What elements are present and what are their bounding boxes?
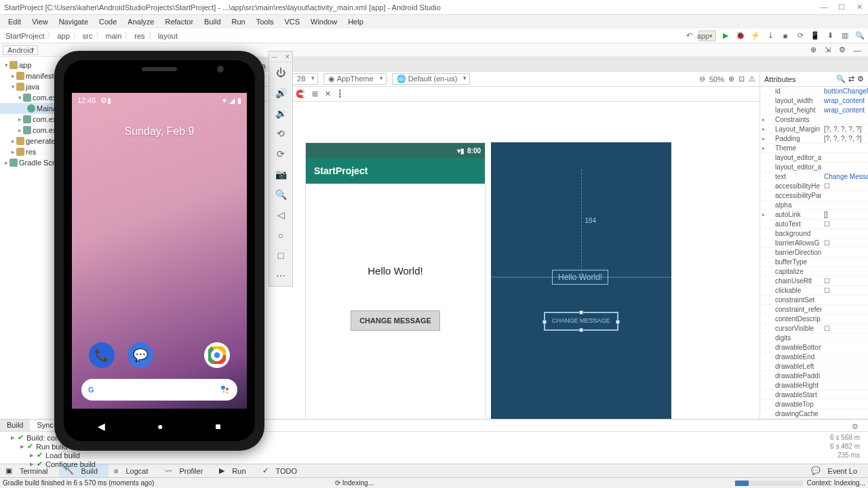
crumb-project[interactable]: StartProject: [3, 32, 47, 40]
overview-icon[interactable]: □: [269, 245, 292, 266]
attr-row[interactable]: drawableEnd: [760, 352, 868, 362]
structure-icon[interactable]: ▥: [840, 30, 850, 41]
attr-row[interactable]: drawableTop: [760, 400, 868, 409]
menu-refactor[interactable]: Refactor: [159, 16, 199, 27]
phone-app-icon[interactable]: 📞: [89, 342, 115, 368]
minimize-icon[interactable]: —: [819, 3, 829, 12]
stop-icon[interactable]: ■: [780, 30, 791, 41]
attr-row[interactable]: layout_heightwrap_content: [760, 106, 868, 115]
camera-icon[interactable]: 📷: [269, 164, 292, 184]
menu-edit[interactable]: Edit: [3, 16, 26, 27]
power-icon[interactable]: ⏻: [269, 62, 292, 83]
attr-row[interactable]: bufferType: [760, 258, 868, 267]
run-config-combo[interactable]: app: [698, 30, 716, 41]
crumb-res[interactable]: res: [132, 32, 147, 40]
attach-icon[interactable]: ⤓: [765, 30, 776, 41]
debug-icon[interactable]: 🐞: [735, 30, 746, 41]
attr-row[interactable]: cursorVisible☐: [760, 324, 868, 333]
attr-row[interactable]: constraint_refer: [760, 305, 868, 314]
menu-view[interactable]: View: [26, 16, 54, 27]
back-icon[interactable]: ↶: [684, 30, 694, 41]
rotate-right-icon[interactable]: ⟳: [269, 144, 292, 164]
close-icon[interactable]: ✕: [285, 54, 290, 60]
locale-combo[interactable]: 🌐 Default (en-us): [392, 73, 471, 85]
attr-row[interactable]: autoText☐: [760, 220, 868, 229]
search-icon[interactable]: 🔍: [854, 30, 865, 41]
menu-run[interactable]: Run: [226, 16, 251, 27]
attr-row[interactable]: drawableLeft: [760, 362, 868, 371]
menu-navigate[interactable]: Navigate: [54, 16, 94, 27]
attr-row[interactable]: digits: [760, 333, 868, 343]
assistant-icon[interactable]: [220, 384, 231, 395]
profile-icon[interactable]: ⚡: [750, 30, 761, 41]
messages-app-icon[interactable]: 💬: [127, 342, 153, 368]
zoom-in-icon[interactable]: ⊕: [728, 75, 734, 83]
more-icon[interactable]: ⋯: [269, 266, 292, 286]
home-icon[interactable]: ○: [269, 225, 292, 245]
attr-row[interactable]: background: [760, 229, 868, 239]
attr-row[interactable]: barrierDirection: [760, 248, 868, 258]
menu-code[interactable]: Code: [94, 16, 122, 27]
tree-manifests[interactable]: manifests: [26, 72, 58, 80]
preview-button[interactable]: CHANGE MESSAGE: [351, 310, 440, 331]
menu-help[interactable]: Help: [342, 16, 369, 27]
back-icon[interactable]: ◁: [269, 205, 292, 225]
attr-row[interactable]: drawablePaddi: [760, 371, 868, 381]
back-nav-icon[interactable]: ◀: [98, 421, 105, 432]
collapse-icon[interactable]: ⇲: [821, 45, 835, 54]
attr-row[interactable]: constraintSet: [760, 296, 868, 305]
attr-row[interactable]: alpha: [760, 201, 868, 210]
attr-row[interactable]: ▸Layout_Margin[?, ?, ?, ?, ?]: [760, 125, 868, 134]
close-icon[interactable]: ✕: [854, 3, 864, 12]
attr-row[interactable]: capitalize: [760, 267, 868, 277]
guidelines-icon[interactable]: ┇: [338, 89, 342, 98]
rotate-left-icon[interactable]: ⟲: [269, 123, 292, 144]
tree-java[interactable]: java: [26, 83, 39, 91]
crumb-main[interactable]: main: [103, 32, 125, 40]
attr-row[interactable]: ▸autoLink[]: [760, 210, 868, 220]
zoom-icon[interactable]: 🔍: [269, 184, 292, 205]
clear-constraints-icon[interactable]: ✕: [325, 89, 331, 98]
zoom-out-icon[interactable]: ⊖: [699, 75, 705, 83]
attr-row[interactable]: layout_editor_a: [760, 153, 868, 163]
attr-row[interactable]: accessibilityPar: [760, 191, 868, 201]
attr-row[interactable]: ▸Theme: [760, 144, 868, 153]
build-row[interactable]: ▸✔Configure build: [3, 460, 865, 468]
blueprint-view[interactable]: 184 Hello World! CHANGE MESSAGE: [491, 142, 671, 437]
crumb-src[interactable]: src: [80, 32, 96, 40]
attr-row[interactable]: layout_editor_a: [760, 163, 868, 172]
run-icon[interactable]: ▶: [720, 30, 731, 41]
sync-icon[interactable]: ⟳: [795, 30, 806, 41]
attr-row[interactable]: ▸Constraints: [760, 115, 868, 125]
view-options-icon[interactable]: ⇄: [848, 75, 854, 83]
attr-row[interactable]: chainUseRtl☐: [760, 277, 868, 286]
volume-down-icon[interactable]: 🔉: [269, 103, 292, 123]
minimize-icon[interactable]: —: [271, 54, 277, 60]
gear-icon[interactable]: ⚙: [845, 421, 865, 432]
avd-icon[interactable]: 📱: [810, 30, 821, 41]
attr-row[interactable]: barrierAllowsG☐: [760, 239, 868, 248]
emulator-window[interactable]: 12:46 ⚙ ▮ ▾ ◢ ▮ Sunday, Feb 9 📞 💬 G ◀: [54, 51, 264, 451]
attr-row[interactable]: textChange Message: [760, 172, 868, 182]
bp-button-selected[interactable]: CHANGE MESSAGE: [544, 312, 618, 331]
hide-icon[interactable]: —: [850, 46, 865, 54]
attr-row[interactable]: accessibilityHe☐: [760, 182, 868, 191]
design-preview[interactable]: ▾▮ 8:00 StartProject Hello World! CHANGE…: [305, 142, 486, 437]
attr-row[interactable]: ▸Padding[?, ?, ?, ?, ?]: [760, 134, 868, 144]
menu-window[interactable]: Window: [305, 16, 342, 27]
tree-app[interactable]: app: [19, 61, 31, 69]
menu-tools[interactable]: Tools: [251, 16, 279, 27]
attr-row[interactable]: drawableStart: [760, 390, 868, 400]
attr-row[interactable]: drawableRight: [760, 381, 868, 390]
gear-icon[interactable]: ⚙: [835, 45, 850, 54]
preview-textview[interactable]: Hello World!: [368, 265, 422, 277]
theme-combo[interactable]: ◉ AppTheme: [323, 73, 386, 85]
sdk-icon[interactable]: ⬇: [825, 30, 835, 41]
tree-res[interactable]: res: [26, 148, 36, 156]
bp-textview[interactable]: Hello World!: [552, 270, 608, 285]
volume-up-icon[interactable]: 🔊: [269, 83, 292, 103]
attr-row[interactable]: clickable☐: [760, 286, 868, 296]
target-icon[interactable]: ⊕: [806, 45, 821, 54]
project-scope-combo[interactable]: Android: [3, 45, 38, 55]
build-row[interactable]: ▸✔Load build235 ms: [3, 451, 865, 460]
